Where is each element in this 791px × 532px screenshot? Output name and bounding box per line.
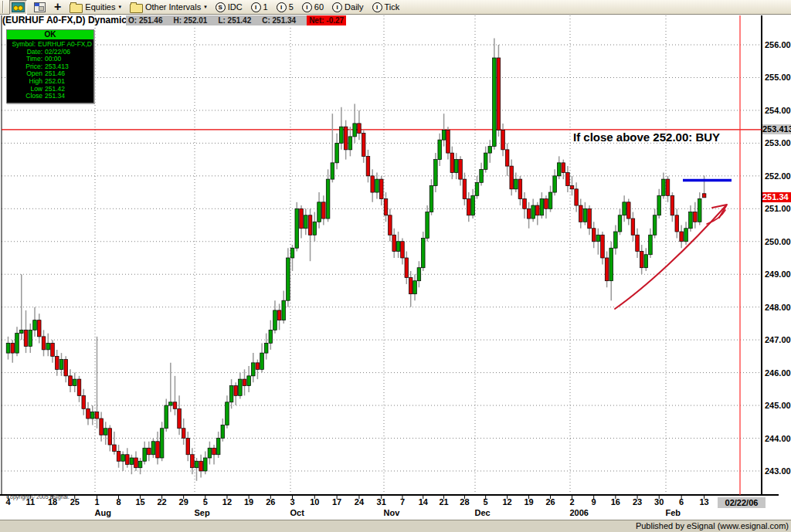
x-axis-week-label: 16 [607, 497, 624, 507]
candlestick [287, 258, 290, 300]
data-inspection-box[interactable]: OK Symbol:EURHUF A0-FX,DDate:02/22/06Tim… [6, 29, 94, 103]
candlestick [191, 455, 195, 468]
candlestick [113, 445, 117, 451]
candlestick [371, 176, 375, 192]
candlestick [614, 232, 618, 248]
x-axis-week-label: 24 [351, 497, 368, 507]
candlestick [165, 405, 168, 429]
x-axis-week-label: 26 [542, 497, 559, 507]
candlestick [601, 235, 605, 258]
candlestick [413, 281, 417, 294]
x-axis-week-label: 19 [521, 497, 538, 507]
x-axis-month-label: Dec [475, 508, 491, 517]
candlestick [295, 208, 299, 248]
candlestick [618, 215, 622, 232]
price-axis-label: 249.00 [765, 269, 791, 279]
x-axis-week-label: 25 [66, 497, 83, 507]
candlestick [389, 215, 392, 235]
candlestick [493, 58, 497, 147]
x-axis-week-label: 2 [564, 497, 581, 507]
candlestick [59, 360, 63, 370]
candlestick [514, 179, 518, 189]
candlestick [421, 239, 425, 268]
candlestick [545, 199, 548, 209]
candlestick [322, 202, 326, 219]
candlestick [24, 330, 28, 346]
candlestick [523, 199, 527, 209]
candlestick [199, 461, 203, 471]
price-axis-label: 254.00 [765, 106, 791, 115]
candlestick [698, 199, 701, 222]
candlestick [160, 429, 164, 458]
candlestick [134, 458, 138, 468]
candlestick [353, 124, 357, 137]
candlestick [670, 195, 674, 215]
candlestick [505, 150, 509, 166]
candlestick [454, 160, 458, 173]
low-value: L: 251.42 [218, 16, 251, 25]
candlestick [300, 208, 304, 228]
candlestick [148, 448, 151, 454]
candlestick [264, 343, 268, 353]
x-axis-week-label: 7 [394, 497, 411, 507]
candlestick [666, 179, 670, 195]
candlestick [208, 448, 212, 458]
candlestick [548, 192, 552, 208]
candlestick [216, 439, 220, 455]
published-by-text: Published by eSignal (www.esignal.com) [636, 521, 789, 530]
x-axis-week-label: 31 [373, 497, 390, 507]
candlestick [562, 163, 565, 173]
candlestick [221, 425, 225, 439]
candlestick [358, 124, 362, 134]
candlestick [156, 442, 160, 458]
candlestick [631, 219, 635, 235]
candlestick [579, 205, 582, 222]
candlestick-chart [0, 0, 791, 532]
x-axis-week-label: 9 [586, 497, 603, 507]
candlestick [471, 195, 475, 215]
candlestick [64, 360, 68, 376]
candlestick [484, 153, 487, 169]
candlestick [684, 229, 688, 242]
buy-note-annotation[interactable]: If close above 252.00: BUY [573, 130, 720, 144]
candlestick [87, 408, 90, 418]
candlestick [304, 215, 307, 229]
candlestick [480, 169, 484, 182]
candlestick [212, 448, 216, 454]
candlestick [6, 343, 10, 353]
x-axis-month-label: Aug [95, 508, 111, 517]
candlestick [90, 412, 94, 418]
x-axis-week-label: 6 [673, 497, 690, 507]
candlestick [277, 310, 281, 320]
candlestick [151, 442, 155, 455]
candlestick [588, 208, 592, 228]
candlestick [178, 408, 182, 428]
x-axis-week-label: 30 [650, 497, 667, 507]
candlestick [626, 202, 630, 219]
candlestick [510, 166, 514, 189]
candlestick [331, 163, 334, 179]
candlestick [11, 343, 15, 353]
date-marker-label: 02/22/06 [718, 497, 766, 508]
x-axis-week-label: 8 [110, 497, 127, 507]
high-value: H: 252.01 [173, 16, 207, 25]
candlestick [675, 215, 679, 232]
candlestick [649, 235, 653, 254]
x-axis-week-label: 10 [306, 497, 323, 507]
candlestick [37, 320, 41, 337]
candlestick [104, 429, 107, 435]
esignal-chart-window: + Equities ▾ Other Intervals ▾ S IDC I 1… [0, 0, 791, 532]
candlestick [260, 353, 264, 369]
candlestick [15, 334, 19, 353]
candlestick [570, 186, 574, 189]
candlestick [317, 202, 321, 222]
x-axis-week-label: 17 [328, 497, 345, 507]
x-axis-month-label: Feb [666, 508, 681, 517]
candlestick [396, 242, 400, 252]
candlestick [450, 153, 454, 172]
candlestick [535, 205, 539, 215]
price-axis-label: 245.00 [765, 401, 791, 410]
x-axis-week-label: 1 [89, 497, 106, 507]
candlestick [475, 182, 479, 195]
candlestick [518, 179, 522, 198]
